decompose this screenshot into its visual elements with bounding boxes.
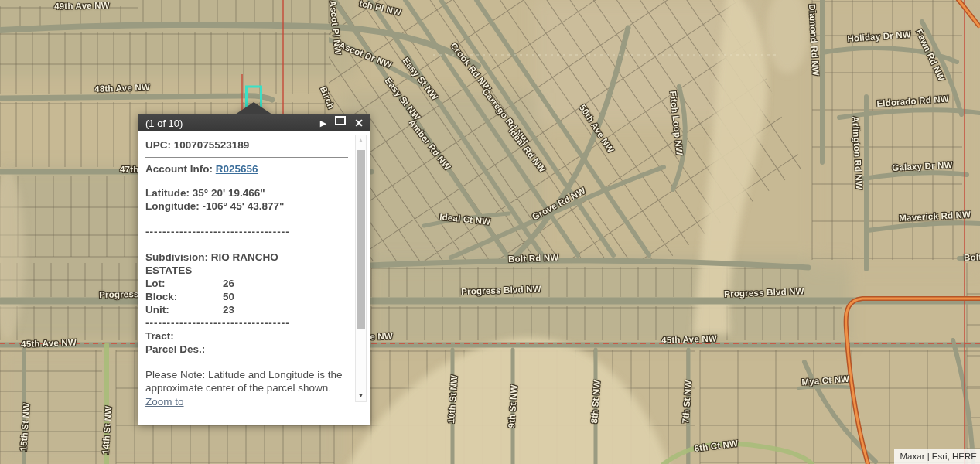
separator: ---------------------------------- <box>145 225 348 238</box>
parcel-info-popup: (1 of 10) ▶ ✕ UPC: 1007075523189 Account… <box>138 114 370 425</box>
popup-scrollbar[interactable]: ▲ ▼ <box>355 135 367 402</box>
note-text: Please Note: Latitude and Longitude is t… <box>145 368 348 394</box>
lot-value: 26 <box>223 277 234 290</box>
next-feature-button[interactable]: ▶ <box>320 114 326 131</box>
popup-pointer <box>235 102 272 114</box>
scrollbar-thumb[interactable] <box>357 150 365 329</box>
account-info-row: Account Info: R025656 <box>145 162 348 176</box>
divider <box>145 157 348 158</box>
account-link[interactable]: R025656 <box>216 163 258 175</box>
scroll-up-icon[interactable]: ▲ <box>356 136 366 145</box>
subdivision-value: Subdivision: RIO RANCHO ESTATES <box>145 251 304 277</box>
maximize-button[interactable] <box>335 114 346 131</box>
separator: ---------------------------------- <box>145 316 348 329</box>
latitude-value: Latitude: 35° 20' 19.466" <box>145 186 348 200</box>
lot-label: Lot: <box>145 277 223 290</box>
unit-row: Unit: 23 <box>145 303 348 316</box>
longitude-value: Longitude: -106° 45' 43.877" <box>145 200 348 213</box>
scroll-down-icon[interactable]: ▼ <box>356 391 366 401</box>
unit-value: 23 <box>223 303 234 316</box>
map-attribution: Maxar | Esri, HERE <box>894 449 980 464</box>
maximize-icon <box>335 116 346 125</box>
unit-label: Unit: <box>145 303 223 316</box>
upc-value: UPC: 1007075523189 <box>145 138 348 152</box>
popup-pager: (1 of 10) <box>145 118 312 129</box>
map-app: { "popup": { "pager": "(1 of 10)", "next… <box>0 0 980 464</box>
account-info-label: Account Info: <box>145 163 213 175</box>
lot-row: Lot: 26 <box>145 277 348 290</box>
tract-label: Tract: <box>145 329 348 343</box>
popup-body: UPC: 1007075523189 Account Info: R025656… <box>138 131 370 425</box>
zoom-to-link[interactable]: Zoom to <box>145 395 184 408</box>
block-row: Block: 50 <box>145 290 348 303</box>
block-value: 50 <box>223 290 234 303</box>
popup-header: (1 of 10) ▶ ✕ <box>138 114 370 131</box>
parcel-des-label: Parcel Des.: <box>145 343 348 356</box>
close-button[interactable]: ✕ <box>354 114 364 131</box>
block-label: Block: <box>145 290 223 303</box>
